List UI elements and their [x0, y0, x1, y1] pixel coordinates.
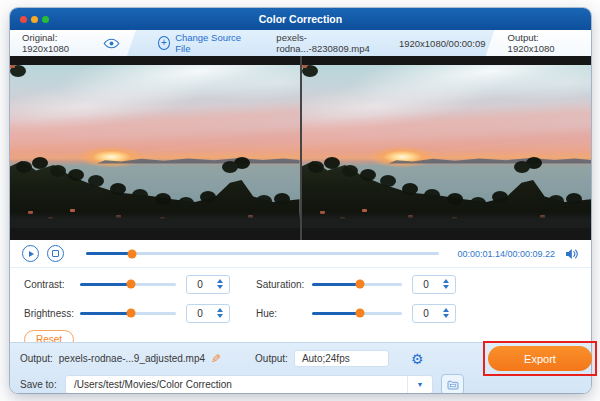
- folder-icon: [447, 380, 459, 390]
- step-down-icon[interactable]: [443, 314, 449, 318]
- window-title: Color Correction: [10, 13, 591, 25]
- step-up-icon[interactable]: [443, 279, 449, 283]
- playback-bar: 00:00:01.14/00:00:09.22: [10, 240, 591, 268]
- brightness-value[interactable]: 0: [187, 308, 213, 319]
- change-source-file-label: Change Source File: [175, 32, 246, 54]
- chevron-down-icon: ▼: [417, 381, 424, 388]
- contrast-slider-fill: [80, 283, 131, 286]
- output-video-pane: [300, 56, 592, 240]
- save-to-row: Save to: /Users/test/Movies/Color Correc…: [20, 375, 581, 393]
- contrast-value[interactable]: 0: [187, 279, 213, 290]
- brightness-slider-fill: [80, 312, 131, 315]
- output-resolution-label: Output: 1920x1080: [508, 32, 577, 54]
- seek-bar[interactable]: [86, 252, 439, 255]
- saturation-slider-handle[interactable]: [355, 280, 364, 289]
- eye-icon[interactable]: [103, 38, 120, 49]
- saturation-row: Saturation: 0: [256, 274, 456, 294]
- title-bar: Color Correction: [10, 8, 591, 30]
- zoom-window-button[interactable]: [42, 16, 49, 23]
- stop-button[interactable]: [47, 245, 64, 262]
- output-name-label: Output:: [20, 353, 53, 364]
- original-video-pane: [10, 56, 300, 240]
- plus-icon: +: [158, 36, 170, 50]
- hue-label: Hue:: [256, 308, 312, 319]
- browse-folder-button[interactable]: [441, 374, 464, 393]
- contrast-slider-handle[interactable]: [126, 280, 135, 289]
- sun-glow: [68, 143, 155, 171]
- contrast-spinner: 0: [186, 275, 230, 294]
- source-file-name: pexels-rodna...-8230809.mp4: [276, 32, 383, 54]
- change-source-file-button[interactable]: + Change Source File: [158, 32, 246, 54]
- saturation-slider-fill: [312, 283, 360, 286]
- playback-time: 00:00:01.14/00:00:09.22: [457, 249, 555, 259]
- hue-slider-handle[interactable]: [355, 309, 364, 318]
- play-icon: [29, 251, 34, 257]
- brightness-spinner: 0: [186, 304, 230, 323]
- original-resolution-label: Original: 1920x1080: [22, 32, 91, 54]
- source-file-info: 1920x1080/00:00:09: [399, 38, 486, 49]
- saturation-slider[interactable]: [312, 283, 402, 286]
- output-file-name: pexels-rodnae-...9_adjusted.mp4: [59, 353, 205, 364]
- output-format-label: Output:: [255, 353, 288, 364]
- step-up-icon[interactable]: [217, 308, 223, 312]
- edit-filename-icon[interactable]: ✎: [211, 352, 221, 366]
- export-highlight-box: Export: [483, 341, 597, 376]
- contrast-slider[interactable]: [80, 283, 176, 286]
- step-up-icon[interactable]: [443, 308, 449, 312]
- house-roofs: [302, 65, 307, 68]
- export-button[interactable]: Export: [488, 346, 592, 371]
- color-adjust-panel: Contrast: 0 Saturation:: [10, 268, 591, 342]
- play-button[interactable]: [22, 245, 39, 262]
- format-settings-gear-icon[interactable]: ⚙: [411, 352, 424, 366]
- step-down-icon[interactable]: [217, 314, 223, 318]
- brightness-row: Brightness: 0: [24, 303, 230, 323]
- tab-output[interactable]: Output: 1920x1080: [486, 30, 591, 56]
- house-roofs: [10, 65, 15, 68]
- tab-original[interactable]: Original: 1920x1080: [10, 30, 136, 56]
- saturation-stepper[interactable]: [439, 279, 455, 289]
- original-preview-frame: [10, 65, 300, 228]
- hue-value[interactable]: 0: [413, 308, 439, 319]
- hue-row: Hue: 0: [256, 303, 456, 323]
- traffic-lights: [20, 16, 49, 23]
- video-preview-area: [10, 56, 591, 240]
- seek-bar-fill: [86, 252, 132, 255]
- app-window: Color Correction Original: 1920x1080 + C…: [10, 8, 591, 393]
- save-path-value: /Users/test/Movies/Color Correction: [66, 379, 407, 390]
- foreground-shadow: [302, 212, 592, 228]
- step-down-icon[interactable]: [443, 285, 449, 289]
- source-info-bar: Original: 1920x1080 + Change Source File…: [10, 30, 591, 56]
- saturation-label: Saturation:: [256, 279, 312, 290]
- output-format-field[interactable]: Auto;24fps: [294, 350, 389, 367]
- saturation-spinner: 0: [412, 275, 456, 294]
- output-format-value: Auto;24fps: [302, 353, 350, 364]
- save-to-label: Save to:: [20, 379, 65, 390]
- screenshot-canvas: Color Correction Original: 1920x1080 + C…: [0, 0, 600, 401]
- hue-spinner: 0: [412, 304, 456, 323]
- minimize-window-button[interactable]: [31, 16, 38, 23]
- step-up-icon[interactable]: [217, 279, 223, 283]
- stop-icon: [52, 250, 59, 257]
- hue-slider-fill: [312, 312, 360, 315]
- saturation-value[interactable]: 0: [413, 279, 439, 290]
- brightness-stepper[interactable]: [213, 308, 229, 318]
- output-preview-frame: [302, 65, 592, 228]
- hue-slider[interactable]: [312, 312, 402, 315]
- contrast-label: Contrast:: [24, 279, 80, 290]
- brightness-slider[interactable]: [80, 312, 176, 315]
- brightness-label: Brightness:: [24, 308, 80, 319]
- step-down-icon[interactable]: [217, 285, 223, 289]
- save-path-dropdown[interactable]: ▼: [407, 376, 432, 393]
- contrast-stepper[interactable]: [213, 279, 229, 289]
- foreground-shadow: [10, 212, 300, 228]
- hue-stepper[interactable]: [439, 308, 455, 318]
- contrast-row: Contrast: 0: [24, 274, 230, 294]
- brightness-slider-handle[interactable]: [126, 309, 135, 318]
- volume-icon[interactable]: [565, 248, 579, 260]
- seek-bar-handle[interactable]: [127, 249, 136, 258]
- sun-glow: [359, 143, 446, 171]
- save-path-input[interactable]: /Users/test/Movies/Color Correction ▼: [65, 375, 433, 393]
- close-window-button[interactable]: [20, 16, 27, 23]
